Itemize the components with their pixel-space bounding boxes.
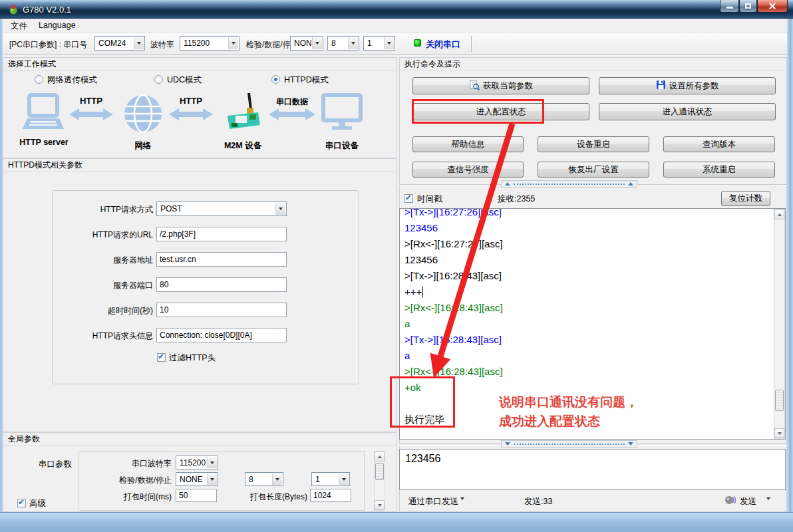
- window-frame-right: [787, 19, 793, 512]
- receive-count: 接收:2355: [498, 194, 535, 205]
- global-baud-select[interactable]: 115200: [176, 456, 218, 469]
- scroll-down-icon[interactable]: [375, 500, 385, 510]
- http-url-input[interactable]: [156, 227, 287, 241]
- minimize-button[interactable]: [720, 0, 739, 13]
- chevron-down-icon[interactable]: [460, 500, 464, 512]
- radio-httpd-mode-label[interactable]: HTTPD模式: [284, 74, 329, 86]
- server-port-input[interactable]: [156, 277, 287, 292]
- pack-len-label: 打包长度(Bytes): [233, 491, 307, 503]
- global-stopbits-select[interactable]: 1: [311, 472, 350, 486]
- radio-udc-mode-label[interactable]: UDC模式: [167, 74, 202, 86]
- timestamp-checkbox[interactable]: [404, 194, 413, 203]
- pack-len-input[interactable]: [310, 489, 351, 502]
- factory-reset-button[interactable]: 恢复出厂设置: [538, 162, 649, 178]
- enter-comm-button[interactable]: 进入通讯状态: [599, 103, 776, 120]
- menu-language[interactable]: Language: [39, 21, 76, 30]
- diagram-node-http-server: HTTP server: [15, 138, 73, 147]
- link-label-serial-data: 串口数据: [269, 96, 315, 108]
- filter-http-checkbox[interactable]: [157, 353, 166, 362]
- collapse-down-icon[interactable]: [505, 442, 510, 446]
- chevron-down-icon: [312, 37, 322, 49]
- diagram-node-m2m-device: M2M 设备: [217, 140, 269, 152]
- menu-file[interactable]: 文件: [11, 21, 27, 32]
- splitter-handle-bottom[interactable]: [501, 440, 637, 448]
- close-port-button[interactable]: 关闭串口: [426, 39, 460, 51]
- log-line: >[Rx<-][16:28:43][asc]: [404, 364, 770, 380]
- baud-select[interactable]: 115200: [180, 36, 239, 51]
- global-params-title: 全局参数: [3, 433, 396, 446]
- advanced-checkbox[interactable]: [17, 499, 26, 507]
- annotation-text-line2: 成功进入配置状态: [499, 413, 600, 430]
- com-port-select[interactable]: COM24: [94, 36, 145, 51]
- timeout-label: 超时时间(秒): [40, 305, 153, 317]
- log-line: a: [404, 348, 770, 364]
- chevron-down-icon[interactable]: [766, 500, 770, 512]
- minimize-icon: [726, 7, 733, 9]
- maximize-icon: [745, 3, 751, 9]
- scroll-up-icon[interactable]: [774, 209, 784, 219]
- query-signal-button[interactable]: 查信号强度: [412, 162, 524, 178]
- http-header-label: HTTP请求头信息: [40, 331, 153, 342]
- titlebar[interactable]: G780 V2.0.1: [0, 0, 793, 19]
- set-params-button[interactable]: 设置所有参数: [599, 77, 776, 94]
- global-databits-select[interactable]: 8: [245, 472, 283, 486]
- chevron-down-icon: [207, 473, 217, 485]
- scrollbar-thumb[interactable]: [375, 463, 384, 480]
- scroll-down-icon[interactable]: [774, 428, 784, 438]
- maximize-button[interactable]: [739, 0, 757, 13]
- green-led-icon: [414, 39, 421, 47]
- chevron-down-icon: [272, 473, 282, 485]
- radio-net-transparent-label[interactable]: 网络透传模式: [47, 74, 97, 86]
- highlight-box-ok-result: [390, 376, 455, 428]
- collapse-down-icon[interactable]: [628, 442, 633, 446]
- command-panel-title: 执行命令及提示: [400, 58, 786, 70]
- double-arrow-icon: [269, 108, 315, 124]
- splitter-handle-top[interactable]: [501, 180, 637, 188]
- pack-time-input[interactable]: [176, 489, 217, 502]
- query-version-button[interactable]: 查询版本: [663, 136, 775, 152]
- doc-search-icon: [469, 80, 480, 92]
- send-button[interactable]: 发送: [740, 496, 756, 507]
- app-icon: [8, 4, 19, 15]
- device-restart-button[interactable]: 设备重启: [538, 136, 649, 152]
- scroll-up-icon[interactable]: [375, 452, 385, 462]
- log-line: +++: [404, 284, 770, 300]
- send-input-value: 123456: [405, 453, 440, 465]
- send-input[interactable]: 123456: [399, 449, 786, 490]
- help-info-button[interactable]: 帮助信息: [412, 136, 524, 152]
- scrollbar-thumb[interactable]: [775, 390, 784, 411]
- global-params-scrollbar[interactable]: [374, 451, 385, 511]
- annotation-text-line1: 说明串口通讯没有问题，: [499, 394, 638, 411]
- parity-select[interactable]: NONI: [290, 36, 323, 51]
- system-restart-button[interactable]: 系统重启: [663, 162, 775, 178]
- log-line: a: [404, 316, 770, 332]
- log-line: >[Tx->][16:28:43][asc]: [404, 332, 770, 348]
- radio-net-transparent[interactable]: [35, 75, 43, 84]
- link-label-http-2: HTTP: [169, 96, 213, 106]
- server-address-input[interactable]: [156, 252, 287, 267]
- stopbits-select[interactable]: 1: [363, 36, 395, 51]
- baud-label: 波特率: [150, 39, 174, 51]
- diagram-node-serial-device: 串口设备: [318, 140, 366, 152]
- close-icon: [768, 2, 776, 10]
- httpd-params-title: HTTPD模式相关参数: [3, 159, 396, 172]
- get-params-button[interactable]: 获取当前参数: [412, 77, 589, 94]
- http-method-select[interactable]: POST: [156, 201, 287, 216]
- globe-icon: [122, 93, 164, 137]
- radio-httpd-mode[interactable]: [271, 75, 280, 84]
- collapse-up-icon[interactable]: [628, 182, 633, 186]
- reset-count-button[interactable]: 复位计数: [721, 191, 770, 206]
- pc-params-label: [PC串口参数] : 串口号: [9, 39, 87, 51]
- log-line: >[Rx<-][16:27:27][asc]: [404, 236, 770, 252]
- send-via-dropdown[interactable]: 通过串口发送: [408, 496, 458, 507]
- radio-udc-mode[interactable]: [154, 75, 163, 84]
- timeout-input[interactable]: [156, 303, 287, 317]
- global-parity-select[interactable]: NONE: [176, 472, 218, 486]
- http-header-input[interactable]: [156, 328, 287, 342]
- chevron-down-icon: [348, 37, 358, 49]
- log-scrollbar[interactable]: [774, 209, 785, 439]
- collapse-up-icon[interactable]: [505, 182, 510, 186]
- close-button[interactable]: [757, 0, 788, 13]
- window-title: G780 V2.0.1: [23, 5, 71, 15]
- databits-select[interactable]: 8: [327, 36, 359, 51]
